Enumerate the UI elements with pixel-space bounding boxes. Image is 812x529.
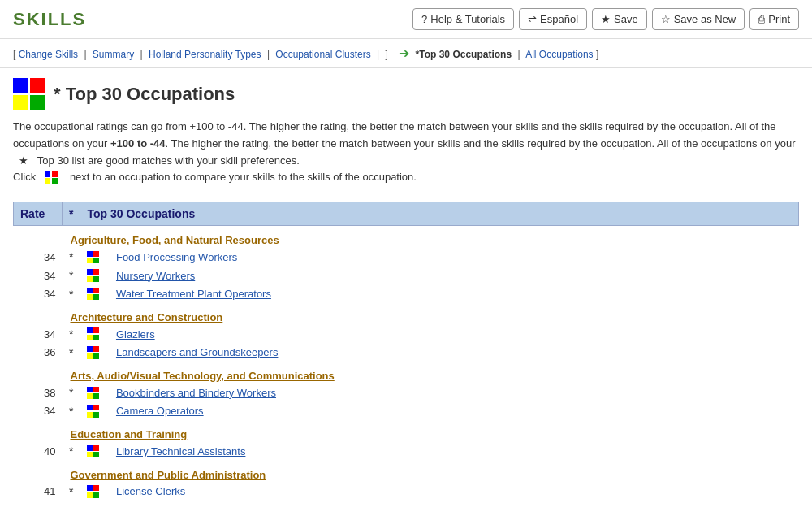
compare-icon[interactable]: [87, 346, 100, 359]
occupation-name-cell: License Clerks: [110, 483, 799, 501]
occupation-link[interactable]: Bookbinders and Bindery Workers: [116, 387, 276, 399]
occupation-link[interactable]: Library Technical Assistants: [116, 445, 245, 457]
breadcrumb-change-skills[interactable]: Change Skills: [19, 49, 78, 60]
table-row: 36* Landscapers and Groundskeepers: [14, 343, 799, 362]
occupation-name-cell: Camera Operators: [110, 402, 799, 421]
breadcrumb-all-occupations[interactable]: All Occupations: [525, 49, 593, 60]
icon-yellow: [13, 95, 28, 110]
compare-icon-cell[interactable]: [80, 248, 110, 267]
star-cell: *: [63, 248, 80, 267]
occupation-name-cell: Bookbinders and Bindery Workers: [110, 384, 799, 402]
print-icon: ⎙: [758, 13, 765, 25]
category-link[interactable]: Architecture and Construction: [71, 311, 223, 323]
category-row: Government and Public Administration: [14, 461, 799, 483]
rate-cell: 34: [14, 248, 63, 267]
category-row: Agriculture, Food, and Natural Resources: [14, 226, 799, 249]
category-link[interactable]: Arts, Audio/Visual Technology, and Commu…: [71, 370, 335, 382]
table-row: 34* Water Treatment Plant Operators: [14, 284, 799, 303]
rate-cell: 41: [14, 483, 63, 501]
inline-compare-icon: [45, 171, 64, 183]
star-cell: *: [63, 267, 80, 285]
table-row: 34* Glaziers: [14, 325, 799, 344]
category-row: Architecture and Construction: [14, 303, 799, 325]
compare-icon[interactable]: [87, 485, 100, 498]
rate-cell: 34: [14, 325, 63, 344]
table-row: 38* Bookbinders and Bindery Workers: [14, 384, 799, 402]
category-link[interactable]: Education and Training: [71, 428, 188, 440]
desc-text-after-range: The higher the rating, the better the ma…: [171, 137, 796, 150]
header: SKILLS ? Help & Tutorials ⇌ Español ★ Sa…: [0, 0, 812, 39]
icon-red: [30, 78, 45, 93]
breadcrumb-current: *Top 30 Occupations: [416, 49, 512, 60]
occupation-table: Rate * Top 30 Occupations Agriculture, F…: [13, 202, 799, 501]
occupation-link[interactable]: Food Processing Workers: [116, 251, 237, 263]
compare-icon[interactable]: [87, 251, 100, 264]
espanol-button[interactable]: ⇌ Español: [519, 8, 587, 30]
description: The occupational ratings can go from +10…: [13, 119, 799, 186]
occupation-link[interactable]: License Clerks: [116, 485, 185, 497]
save-button[interactable]: ★ Save: [592, 8, 647, 30]
desc-text-4: next to an occupation to compare your sk…: [70, 171, 417, 183]
help-label: Help & Tutorials: [430, 13, 505, 25]
compare-icon-cell[interactable]: [80, 284, 110, 303]
inline-star-icon: ★: [19, 154, 28, 167]
compare-icon[interactable]: [87, 269, 100, 282]
occupation-name-cell: Landscapers and Groundskeepers: [110, 343, 799, 362]
occupation-link[interactable]: Water Treatment Plant Operators: [116, 288, 271, 300]
title-area: * Top 30 Occupations: [13, 78, 799, 111]
print-button[interactable]: ⎙ Print: [749, 8, 799, 30]
rate-cell: 38: [14, 384, 63, 402]
compare-icon-cell[interactable]: [80, 325, 110, 344]
table-header: Rate * Top 30 Occupations: [14, 202, 799, 226]
compare-icon[interactable]: [87, 445, 100, 458]
rate-cell: 36: [14, 343, 63, 362]
print-label: Print: [768, 13, 790, 25]
compare-icon[interactable]: [87, 387, 100, 400]
title-icon: [13, 78, 45, 111]
compare-icon-cell[interactable]: [80, 267, 110, 285]
breadcrumb-bracket-end: ]: [596, 49, 598, 60]
desc-text-2: Top 30 list are good matches with your s…: [37, 154, 300, 167]
occupation-link[interactable]: Nursery Workers: [116, 270, 195, 282]
desc-text-3: Click: [13, 171, 36, 183]
category-row: Education and Training: [14, 420, 799, 442]
occupation-link[interactable]: Camera Operators: [116, 405, 204, 417]
category-link[interactable]: Government and Public Administration: [71, 469, 266, 481]
breadcrumb-bracket-close: ]: [386, 49, 388, 60]
save-icon: ★: [601, 13, 611, 25]
breadcrumb-summary[interactable]: Summary: [93, 49, 134, 60]
compare-icon-cell[interactable]: [80, 402, 110, 421]
breadcrumb-occupational-clusters[interactable]: Occupational Clusters: [275, 49, 370, 60]
occupation-link[interactable]: Landscapers and Groundskeepers: [116, 346, 278, 358]
page-title: * Top 30 Occupations: [54, 84, 235, 105]
star-cell: *: [63, 483, 80, 501]
star-cell: *: [63, 325, 80, 344]
compare-icon[interactable]: [87, 327, 100, 340]
occupation-link[interactable]: Glaziers: [116, 328, 155, 340]
compare-icon[interactable]: [87, 405, 100, 418]
compare-icon[interactable]: [87, 288, 100, 301]
icon-blue: [13, 78, 28, 93]
table-body: Agriculture, Food, and Natural Resources…: [14, 226, 799, 501]
star-cell: *: [63, 343, 80, 362]
save-as-new-button[interactable]: ☆ Save as New: [652, 8, 745, 30]
compare-icon-cell[interactable]: [80, 384, 110, 402]
header-buttons: ? Help & Tutorials ⇌ Español ★ Save ☆ Sa…: [412, 8, 799, 30]
category-link[interactable]: Agriculture, Food, and Natural Resources: [71, 234, 279, 246]
logo: SKILLS: [13, 9, 86, 30]
compare-icon-cell[interactable]: [80, 442, 110, 461]
rate-cell: 34: [14, 284, 63, 303]
compare-icon-cell[interactable]: [80, 343, 110, 362]
breadcrumb-bracket-open: [: [13, 49, 19, 60]
help-button[interactable]: ? Help & Tutorials: [412, 8, 514, 30]
occupation-name-cell: Library Technical Assistants: [110, 442, 799, 461]
compare-icon-cell[interactable]: [80, 483, 110, 501]
breadcrumb-holland[interactable]: Holland Personality Types: [149, 49, 261, 60]
save-as-new-icon: ☆: [661, 13, 671, 25]
espanol-label: Español: [540, 13, 578, 25]
star-cell: *: [63, 284, 80, 303]
table-row: 41* License Clerks: [14, 483, 799, 501]
occupation-name-cell: Food Processing Workers: [110, 248, 799, 267]
table-row: 40* Library Technical Assistants: [14, 442, 799, 461]
star-cell: *: [63, 402, 80, 421]
